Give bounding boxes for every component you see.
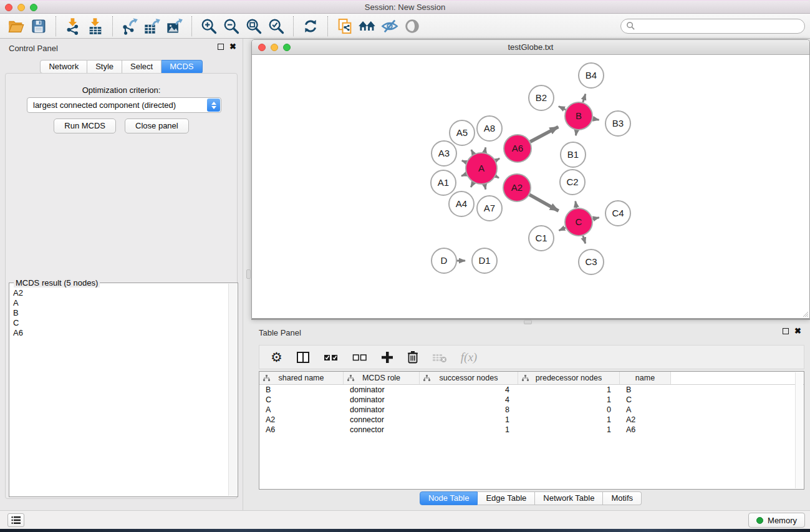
graph-edge[interactable] [496, 176, 499, 178]
graph-edge[interactable] [592, 218, 599, 219]
network-window-titlebar[interactable]: testGlobe.txt [252, 40, 809, 55]
criterion-dropdown[interactable]: largest connected component (directed) [27, 97, 221, 113]
graph-node-C3[interactable]: C3 [579, 249, 604, 274]
graph-node-A1[interactable]: A1 [431, 170, 456, 195]
tab-network-table[interactable]: Network Table [535, 491, 603, 505]
graph-edge[interactable] [485, 184, 486, 189]
graph-edge[interactable] [461, 174, 466, 176]
graph-edge[interactable] [593, 118, 599, 120]
table-row[interactable]: Cdominator41C [259, 395, 804, 405]
tab-mcds[interactable]: MCDS [162, 60, 202, 74]
delete-column-icon[interactable] [407, 351, 418, 364]
tab-motifs[interactable]: Motifs [603, 491, 642, 505]
zoom-fit-icon[interactable] [243, 16, 265, 37]
tab-node-table[interactable]: Node Table [420, 491, 478, 505]
table-row[interactable]: Adominator80A [259, 405, 804, 415]
close-panel-button[interactable]: Close panel [125, 118, 189, 133]
graph-node-C[interactable]: C [565, 208, 592, 236]
result-item[interactable]: A2 [13, 288, 238, 298]
column-header-name[interactable]: name [620, 372, 671, 384]
result-scrollbar[interactable] [228, 284, 237, 496]
graph-edge[interactable] [530, 127, 558, 142]
float-panel-icon[interactable] [218, 44, 224, 50]
graph-edge[interactable] [496, 158, 499, 160]
add-column-icon[interactable] [381, 351, 393, 364]
zoom-out-icon[interactable] [220, 16, 243, 37]
export-table-icon[interactable] [141, 16, 163, 37]
result-item[interactable]: C [13, 318, 238, 328]
graph-node-A3[interactable]: A3 [432, 141, 456, 166]
open-folder-icon[interactable] [5, 16, 27, 37]
column-header-mcds-role[interactable]: MCDS role [344, 372, 420, 384]
close-panel-icon[interactable]: ✖ [229, 44, 236, 50]
column-header-successor-nodes[interactable]: successor nodes [420, 372, 518, 384]
graph-edge[interactable] [559, 228, 565, 231]
column-header-shared-name[interactable]: shared name [259, 372, 344, 384]
graph-node-D[interactable]: D [432, 248, 456, 273]
result-item[interactable]: A6 [13, 328, 238, 338]
table-row[interactable]: A2connector11A2 [259, 415, 804, 425]
graph-node-D1[interactable]: D1 [472, 248, 497, 273]
import-table-icon[interactable] [84, 16, 107, 37]
horizontal-divider-grip[interactable] [524, 320, 532, 324]
graph-edge[interactable] [583, 94, 586, 102]
graph-node-C4[interactable]: C4 [605, 201, 630, 226]
tab-select[interactable]: Select [122, 60, 162, 74]
export-image-icon[interactable] [163, 16, 186, 37]
graph-edge[interactable] [471, 150, 474, 154]
run-mcds-button[interactable]: Run MCDS [54, 118, 116, 133]
zoom-in-icon[interactable] [198, 16, 220, 37]
graph-node-B4[interactable]: B4 [579, 63, 604, 88]
graph-edge[interactable] [559, 106, 566, 110]
table-settings-gear-icon[interactable]: ⚙ [271, 351, 282, 364]
float-table-panel-icon[interactable] [783, 328, 789, 334]
tab-edge-table[interactable]: Edge Table [478, 491, 535, 505]
graph-node-A6[interactable]: A6 [504, 135, 531, 162]
import-network-icon[interactable] [62, 16, 84, 37]
graph-node-A4[interactable]: A4 [449, 191, 474, 216]
show-columns-icon[interactable] [296, 351, 310, 364]
result-item[interactable]: A [13, 298, 238, 308]
graph-node-C1[interactable]: C1 [529, 226, 554, 251]
table-scrollbar[interactable] [795, 372, 803, 488]
mcds-result-list[interactable]: A2ABCA6 [9, 283, 238, 496]
home-icon[interactable] [356, 16, 378, 37]
tab-style[interactable]: Style [87, 60, 122, 74]
search-input[interactable] [635, 21, 799, 31]
select-all-icon[interactable] [324, 353, 339, 362]
session-details-icon[interactable] [334, 16, 356, 37]
task-history-button[interactable] [7, 513, 24, 527]
zoom-selected-icon[interactable] [265, 16, 287, 37]
graph-node-C2[interactable]: C2 [560, 170, 585, 195]
graph-edge[interactable] [583, 236, 586, 243]
graph-node-B1[interactable]: B1 [561, 142, 586, 167]
hide-graphics-details-icon[interactable] [378, 16, 401, 37]
tab-network[interactable]: Network [40, 60, 87, 74]
graph-edge[interactable] [576, 130, 576, 136]
close-table-panel-icon[interactable]: ✖ [794, 328, 801, 334]
save-icon[interactable] [27, 16, 50, 37]
deselect-all-icon[interactable] [352, 353, 367, 362]
search-field[interactable] [620, 19, 805, 34]
graph-node-A2[interactable]: A2 [503, 174, 531, 201]
graph-edge[interactable] [471, 183, 473, 187]
network-canvas[interactable]: B4B2BB3A5A8A6B1A3AA1C2A2A4A7C4CC1DD1C3 [252, 55, 809, 318]
graph-edge[interactable] [485, 147, 486, 152]
column-header-predecessor-nodes[interactable]: predecessor nodes [518, 372, 620, 384]
result-item[interactable]: B [13, 308, 238, 318]
resize-grip-icon[interactable] [801, 310, 809, 317]
graph-node-A5[interactable]: A5 [450, 120, 475, 145]
graph-node-B2[interactable]: B2 [529, 85, 554, 110]
table-row[interactable]: A6connector11A6 [259, 425, 804, 435]
graph-node-A8[interactable]: A8 [477, 116, 502, 141]
graph-node-A[interactable]: A [466, 153, 497, 184]
export-network-icon[interactable] [118, 16, 141, 37]
network-graph[interactable]: B4B2BB3A5A8A6B1A3AA1C2A2A4A7C4CC1DD1C3 [252, 55, 809, 318]
show-graphics-details-icon[interactable] [401, 16, 423, 37]
table-row[interactable]: Bdominator41B [259, 385, 804, 395]
graph-edge[interactable] [462, 161, 466, 163]
panel-divider-grip[interactable] [246, 269, 251, 279]
graph-node-B3[interactable]: B3 [605, 111, 630, 136]
graph-edge[interactable] [529, 195, 559, 211]
graph-edge[interactable] [576, 201, 577, 208]
